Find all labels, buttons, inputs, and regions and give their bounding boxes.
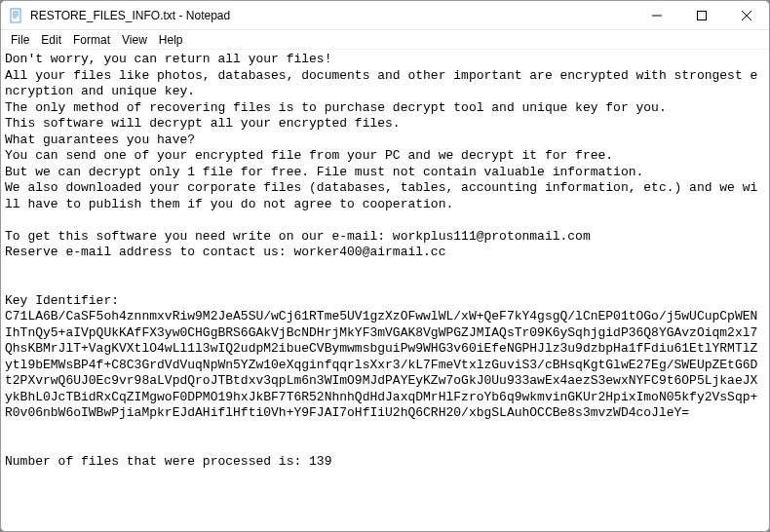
menu-format[interactable]: Format xyxy=(67,31,116,49)
close-button[interactable] xyxy=(724,1,769,30)
notepad-window: RESTORE_FILES_INFO.txt - Notepad File Ed… xyxy=(0,0,770,532)
minimize-button[interactable] xyxy=(635,1,679,30)
menu-help[interactable]: Help xyxy=(153,31,189,49)
svg-rect-6 xyxy=(698,11,707,19)
text-area[interactable]: Don't worry, you can return all your fil… xyxy=(1,50,769,531)
window-title: RESTORE_FILES_INFO.txt - Notepad xyxy=(30,9,230,22)
menu-view[interactable]: View xyxy=(116,31,153,49)
menu-file[interactable]: File xyxy=(5,31,35,49)
titlebar[interactable]: RESTORE_FILES_INFO.txt - Notepad xyxy=(1,1,769,30)
notepad-icon xyxy=(9,8,24,23)
maximize-button[interactable] xyxy=(679,1,724,30)
menu-edit[interactable]: Edit xyxy=(35,31,67,49)
menubar: File Edit Format View Help xyxy=(1,30,769,50)
